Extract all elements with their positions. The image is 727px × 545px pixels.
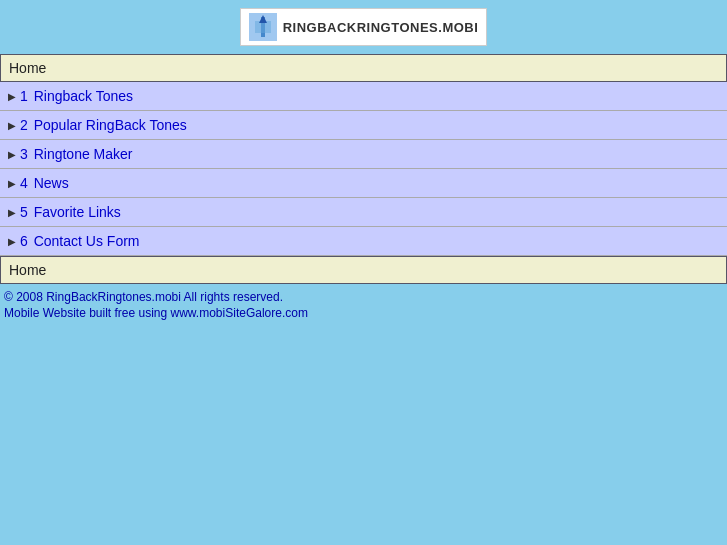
- nav-arrow-icon: ▶: [8, 236, 16, 247]
- footer-copyright: © 2008 RingBackRingtones.mobi All rights…: [0, 284, 727, 306]
- nav-home-bottom: Home: [0, 256, 727, 284]
- nav-item-label: Ringtone Maker: [34, 146, 133, 162]
- logo-box: RINGBACKRINGTONES.MOBI: [240, 8, 488, 46]
- nav-item-link[interactable]: 3 Ringtone Maker: [20, 146, 133, 162]
- logo-icon: [249, 13, 277, 41]
- nav-item[interactable]: ▶5 Favorite Links: [0, 198, 727, 227]
- header: RINGBACKRINGTONES.MOBI: [0, 0, 727, 54]
- nav-item[interactable]: ▶3 Ringtone Maker: [0, 140, 727, 169]
- nav-item-number: 6: [20, 233, 32, 249]
- nav-item-label: News: [34, 175, 69, 191]
- nav-items-list: ▶1 Ringback Tones▶2 Popular RingBack Ton…: [0, 82, 727, 256]
- nav-item[interactable]: ▶1 Ringback Tones: [0, 82, 727, 111]
- footer-built: Mobile Website built free using www.mobi…: [0, 306, 727, 326]
- nav-arrow-icon: ▶: [8, 207, 16, 218]
- nav-item[interactable]: ▶4 News: [0, 169, 727, 198]
- nav-item-label: Contact Us Form: [34, 233, 140, 249]
- nav-item[interactable]: ▶2 Popular RingBack Tones: [0, 111, 727, 140]
- nav-item-number: 5: [20, 204, 32, 220]
- logo-text: RINGBACKRINGTONES.MOBI: [283, 20, 479, 35]
- nav-item-number: 4: [20, 175, 32, 191]
- nav-arrow-icon: ▶: [8, 178, 16, 189]
- nav-item-label: Popular RingBack Tones: [34, 117, 187, 133]
- nav-item-link[interactable]: 5 Favorite Links: [20, 204, 121, 220]
- nav-item-label: Favorite Links: [34, 204, 121, 220]
- nav-item-link[interactable]: 2 Popular RingBack Tones: [20, 117, 187, 133]
- nav-item-link[interactable]: 4 News: [20, 175, 69, 191]
- nav-item-number: 2: [20, 117, 32, 133]
- nav-home-top: Home: [0, 54, 727, 82]
- nav-item-number: 1: [20, 88, 32, 104]
- nav-item-link[interactable]: 6 Contact Us Form: [20, 233, 140, 249]
- nav-arrow-icon: ▶: [8, 120, 16, 131]
- nav-item-number: 3: [20, 146, 32, 162]
- nav-item[interactable]: ▶6 Contact Us Form: [0, 227, 727, 256]
- nav-item-label: Ringback Tones: [34, 88, 133, 104]
- nav-arrow-icon: ▶: [8, 91, 16, 102]
- nav-arrow-icon: ▶: [8, 149, 16, 160]
- nav-item-link[interactable]: 1 Ringback Tones: [20, 88, 133, 104]
